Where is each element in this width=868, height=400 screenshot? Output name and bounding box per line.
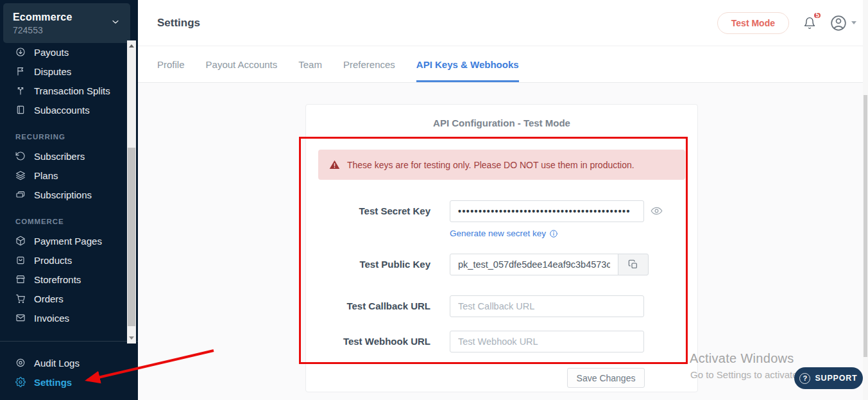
scroll-down-arrow[interactable] (129, 336, 134, 340)
split-arrows-icon (15, 85, 26, 96)
caret-down-icon (851, 21, 856, 24)
callback-url-input[interactable] (450, 295, 644, 317)
sidebar-item-invoices[interactable]: Invoices (15, 311, 69, 325)
sidebar-item-payouts[interactable]: Payouts (15, 45, 69, 59)
info-icon (549, 229, 558, 238)
ledger-icon (15, 105, 26, 115)
tab-team[interactable]: Team (298, 46, 322, 82)
flag-icon (15, 66, 26, 76)
tab-payout-accounts[interactable]: Payout Accounts (206, 46, 278, 82)
callback-url-label: Test Callback URL (318, 295, 430, 317)
product-bag-icon (15, 255, 26, 265)
cart-icon (15, 293, 26, 304)
warning-triangle-icon (329, 159, 340, 170)
page-scrollbar-thumb[interactable] (864, 95, 867, 357)
layers-icon (15, 170, 26, 180)
sidebar-scrollbar-thumb[interactable] (128, 148, 135, 326)
storefront-icon (15, 274, 26, 284)
support-button[interactable]: ? SUPPORT (794, 367, 863, 389)
sidebar-item-label: Subscribers (34, 151, 85, 162)
sidebar-item-plans[interactable]: Plans (15, 168, 58, 182)
warning-text: These keys are for testing only. Please … (347, 160, 634, 170)
webhook-url-label: Test Webhook URL (318, 331, 430, 352)
sidebar-section-recurring: RECURRING (15, 133, 65, 141)
notification-badge: 5 (813, 12, 822, 19)
sidebar-item-label: Products (34, 255, 72, 266)
sidebar-item-settings[interactable]: Settings (15, 375, 72, 389)
sidebar-item-orders[interactable]: Orders (15, 291, 64, 306)
generate-secret-key-link[interactable]: Generate new secret key (450, 229, 558, 238)
business-id: 724553 (13, 25, 72, 35)
sidebar-item-subscriptions[interactable]: Subscriptions (15, 187, 92, 202)
copy-public-key-button[interactable] (618, 254, 649, 275)
public-key-input[interactable] (450, 254, 618, 275)
tab-profile[interactable]: Profile (157, 46, 185, 82)
secret-key-input[interactable] (450, 200, 644, 222)
sidebar-item-label: Storefronts (34, 274, 81, 285)
sidebar-section-commerce: COMMERCE (15, 218, 64, 225)
gear-icon (15, 377, 26, 387)
sidebar-item-label: Disputes (34, 66, 71, 77)
sidebar-item-subaccounts[interactable]: Subaccounts (15, 103, 90, 117)
save-changes-button[interactable]: Save Changes (567, 368, 645, 388)
eye-icon (651, 205, 663, 217)
eye-circle-icon (15, 358, 26, 368)
sidebar-item-label: Subaccounts (34, 105, 90, 116)
sidebar-item-label: Orders (34, 293, 64, 304)
sidebar-item-label: Invoices (34, 313, 69, 324)
business-name: Ecommerce (13, 12, 72, 23)
chevron-down-icon (110, 17, 121, 30)
test-keys-warning-banner: These keys are for testing only. Please … (318, 150, 685, 180)
tab-preferences[interactable]: Preferences (343, 46, 395, 82)
tab-api-keys-webhooks[interactable]: API Keys & Webhooks (416, 46, 519, 82)
sidebar-item-subscribers[interactable]: Subscribers (15, 149, 85, 163)
support-label: SUPPORT (815, 374, 857, 383)
scroll-up-arrow[interactable] (129, 44, 134, 48)
secret-key-label: Test Secret Key (318, 200, 430, 222)
account-menu-button[interactable] (830, 15, 856, 31)
webhook-url-input[interactable] (450, 331, 644, 352)
top-bar: Settings Test Mode 5 (138, 0, 868, 46)
public-key-label: Test Public Key (318, 254, 430, 275)
sidebar-item-transaction-splits[interactable]: Transaction Splits (15, 83, 110, 98)
sidebar-item-label: Payouts (34, 47, 69, 58)
business-switcher[interactable]: Ecommerce 724553 (3, 3, 130, 43)
question-icon: ? (799, 373, 810, 384)
card-title: API Configuration - Test Mode (305, 117, 698, 128)
sidebar-item-products[interactable]: Products (15, 253, 72, 267)
sidebar-item-label: Payment Pages (34, 236, 102, 247)
sidebar-divider (0, 341, 138, 342)
sidebar-item-payment-pages[interactable]: Payment Pages (15, 234, 102, 248)
rotate-ccw-icon (15, 151, 26, 161)
sidebar-scrollbar[interactable] (127, 40, 136, 343)
sidebar: Ecommerce 724553 Payouts Disputes Transa… (0, 0, 138, 400)
app-screen: Ecommerce 724553 Payouts Disputes Transa… (0, 0, 868, 400)
test-mode-button[interactable]: Test Mode (717, 12, 789, 34)
payouts-icon (15, 47, 26, 57)
sidebar-item-label: Settings (34, 377, 72, 388)
settings-tabs: Profile Payout Accounts Team Preferences… (138, 46, 868, 83)
sidebar-item-storefronts[interactable]: Storefronts (15, 272, 81, 286)
page-title: Settings (157, 17, 200, 30)
sidebar-item-label: Audit Logs (34, 358, 80, 369)
sidebar-item-label: Subscriptions (34, 189, 92, 200)
package-icon (15, 236, 26, 246)
avatar-icon (830, 15, 847, 31)
watermark-line1: Activate Windows (690, 351, 794, 366)
sidebar-item-label: Transaction Splits (34, 85, 110, 96)
reveal-secret-button[interactable] (651, 205, 663, 217)
page-scrollbar[interactable] (863, 0, 868, 400)
generate-link-label: Generate new secret key (450, 229, 546, 238)
stacked-cards-icon (15, 189, 26, 200)
envelope-icon (15, 313, 26, 323)
copy-icon (628, 259, 638, 270)
sidebar-item-audit-logs[interactable]: Audit Logs (15, 356, 80, 370)
sidebar-item-label: Plans (34, 170, 58, 181)
sidebar-item-disputes[interactable]: Disputes (15, 64, 71, 78)
notifications-button[interactable]: 5 (803, 17, 816, 30)
